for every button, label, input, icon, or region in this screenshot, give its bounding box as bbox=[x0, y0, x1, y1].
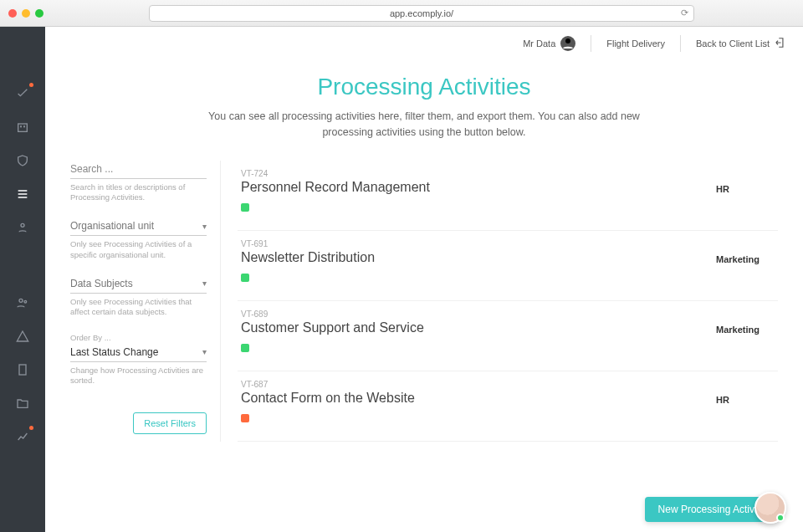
activity-title: Contact Form on the Website bbox=[241, 391, 716, 406]
activity-code: VT-689 bbox=[241, 309, 716, 319]
org-unit-label: Organisational unit bbox=[70, 220, 154, 232]
browser-chrome: app.ecomply.io/ ⟳ bbox=[0, 0, 803, 27]
warning-icon[interactable] bbox=[14, 328, 31, 345]
activity-title: Customer Support and Service bbox=[241, 320, 716, 335]
page-title: Processing Activities bbox=[70, 74, 778, 100]
reset-filters-button[interactable]: Reset Filters bbox=[133, 412, 207, 434]
search-hint: Search in titles or descriptions of Proc… bbox=[70, 182, 207, 203]
svg-rect-2 bbox=[23, 126, 24, 127]
activity-row[interactable]: VT-687Contact Form on the WebsiteHR bbox=[238, 371, 778, 442]
address-bar[interactable]: app.ecomply.io/ ⟳ bbox=[149, 5, 694, 22]
activity-row[interactable]: VT-691Newsletter DistributionMarketing bbox=[238, 231, 778, 301]
divider bbox=[680, 35, 681, 52]
activity-code: VT-691 bbox=[241, 239, 716, 248]
filters-panel: Search ... Search in titles or descripti… bbox=[70, 161, 221, 442]
user-label: Mr Data bbox=[523, 38, 555, 49]
chevron-down-icon: ▾ bbox=[202, 222, 207, 231]
page-subtitle: You can see all processing activities he… bbox=[207, 109, 642, 141]
folder-icon[interactable] bbox=[14, 395, 31, 412]
traffic-lights bbox=[8, 9, 43, 18]
address-url: app.ecomply.io/ bbox=[390, 8, 453, 18]
order-by-select[interactable]: Last Status Change ▾ bbox=[70, 344, 207, 362]
doc-icon[interactable] bbox=[14, 361, 31, 378]
filter-org-unit: Organisational unit ▾ Only see Processin… bbox=[70, 217, 207, 260]
order-by-hint: Change how Processing Activities are sor… bbox=[70, 366, 207, 386]
content-area: Processing Activities You can see all pr… bbox=[45, 60, 803, 532]
minimize-window-icon[interactable] bbox=[22, 9, 30, 18]
activity-row[interactable]: VT-689Customer Support and ServiceMarket… bbox=[238, 301, 778, 371]
list-icon[interactable] bbox=[14, 186, 31, 202]
back-to-client-list[interactable]: Back to Client List bbox=[696, 37, 786, 50]
online-status-icon bbox=[776, 514, 785, 522]
chevron-down-icon: ▾ bbox=[202, 347, 207, 356]
activity-title: Personnel Record Management bbox=[241, 180, 716, 195]
filter-search: Search ... Search in titles or descripti… bbox=[70, 161, 207, 203]
logout-icon bbox=[775, 37, 786, 50]
filter-data-subjects: Data Subjects ▾ Only see Processing Acti… bbox=[70, 275, 207, 318]
data-subjects-hint: Only see Processing Activities that affe… bbox=[70, 297, 207, 318]
status-indicator-icon bbox=[241, 203, 249, 212]
order-by-toplabel: Order By ... bbox=[70, 333, 207, 342]
close-window-icon[interactable] bbox=[8, 9, 17, 18]
topbar: Mr Data Flight Delivery Back to Client L… bbox=[45, 27, 803, 60]
company-icon[interactable] bbox=[14, 119, 31, 136]
status-indicator-icon bbox=[241, 274, 249, 282]
maximize-window-icon[interactable] bbox=[35, 9, 43, 18]
svg-point-4 bbox=[19, 299, 23, 302]
status-indicator-icon bbox=[241, 414, 249, 422]
user-avatar-icon bbox=[560, 36, 575, 51]
activity-department: Marketing bbox=[716, 309, 775, 335]
support-chat-avatar[interactable] bbox=[754, 492, 786, 524]
search-input[interactable]: Search ... bbox=[70, 161, 207, 179]
status-indicator-icon bbox=[241, 344, 249, 352]
activity-department: HR bbox=[716, 380, 775, 405]
notification-dot-icon bbox=[29, 426, 33, 430]
activity-department: HR bbox=[716, 169, 775, 194]
svg-point-3 bbox=[21, 223, 24, 227]
activity-code: VT-687 bbox=[241, 380, 716, 389]
activities-list: VT-724Personnel Record ManagementHRVT-69… bbox=[238, 161, 778, 442]
data-subjects-label: Data Subjects bbox=[70, 278, 133, 289]
svg-rect-6 bbox=[19, 365, 26, 375]
users-icon[interactable] bbox=[14, 294, 31, 311]
org-unit-select[interactable]: Organisational unit ▾ bbox=[70, 217, 207, 236]
activity-department: Marketing bbox=[716, 239, 775, 264]
back-label: Back to Client List bbox=[696, 38, 770, 49]
svg-rect-1 bbox=[20, 126, 21, 127]
data-subjects-select[interactable]: Data Subjects ▾ bbox=[70, 275, 207, 294]
notification-dot-icon bbox=[29, 83, 33, 87]
svg-point-5 bbox=[24, 300, 27, 303]
org-unit-hint: Only see Processing Activities of a spec… bbox=[70, 239, 207, 260]
shield-icon[interactable] bbox=[14, 152, 31, 169]
reload-icon[interactable]: ⟳ bbox=[681, 8, 688, 18]
activity-code: VT-724 bbox=[241, 169, 716, 178]
sidebar bbox=[0, 27, 45, 532]
current-user[interactable]: Mr Data bbox=[523, 36, 575, 51]
client-label[interactable]: Flight Delivery bbox=[606, 38, 665, 49]
activity-row[interactable]: VT-724Personnel Record ManagementHR bbox=[238, 161, 778, 231]
divider bbox=[591, 35, 591, 52]
filter-order-by: Order By ... Last Status Change ▾ Change… bbox=[70, 333, 207, 386]
tasks-icon[interactable] bbox=[14, 85, 31, 102]
chevron-down-icon: ▾ bbox=[202, 279, 207, 288]
svg-rect-0 bbox=[18, 124, 28, 131]
chart-icon[interactable] bbox=[14, 428, 31, 445]
svg-point-7 bbox=[565, 38, 570, 43]
order-by-value: Last Status Change bbox=[70, 346, 158, 358]
activity-title: Newsletter Distribution bbox=[241, 250, 716, 265]
people-icon[interactable] bbox=[14, 219, 31, 236]
